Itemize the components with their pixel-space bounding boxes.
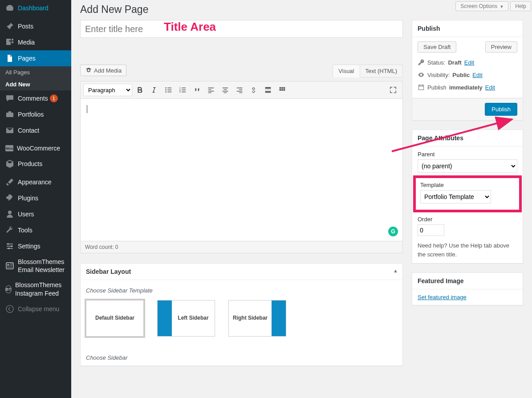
screen-options-button[interactable]: Screen Options ▼ xyxy=(455,1,508,11)
publish-box: Publish Save Draft Preview Status: Draft… xyxy=(412,20,523,121)
layout-default[interactable]: Default Sidebar xyxy=(86,300,144,337)
format-select[interactable]: Paragraph xyxy=(83,84,132,96)
save-draft-button[interactable]: Save Draft xyxy=(418,41,456,53)
page-icon xyxy=(5,54,14,63)
media-icon xyxy=(5,38,14,47)
menu-portfolios[interactable]: Portfolios xyxy=(0,106,71,122)
template-highlight-annotation: Template Portfolio Template xyxy=(413,175,522,212)
align-left-button[interactable] xyxy=(204,83,218,97)
svg-rect-16 xyxy=(265,91,271,93)
set-featured-image-link[interactable]: Set featured image xyxy=(418,294,467,301)
submenu-all-pages[interactable]: All Pages xyxy=(0,66,71,78)
svg-text:3: 3 xyxy=(179,90,181,93)
svg-point-10 xyxy=(165,89,167,91)
numbered-list-button[interactable]: 123 xyxy=(176,83,189,97)
svg-rect-19 xyxy=(284,87,285,89)
blockquote-button[interactable] xyxy=(190,83,203,97)
page-attributes-heading: Page Attributes xyxy=(412,130,523,146)
svg-point-9 xyxy=(165,87,167,89)
submenu-add-new[interactable]: Add New xyxy=(0,78,71,90)
preview-button[interactable]: Preview xyxy=(485,41,517,53)
featured-image-heading: Featured Image xyxy=(412,273,523,289)
help-button[interactable]: Help xyxy=(510,1,531,11)
calendar-icon xyxy=(418,84,425,91)
read-more-button[interactable] xyxy=(261,83,275,97)
label: Tools xyxy=(18,227,32,234)
menu-bt-instagram[interactable]: BTBlossomThemes Instagram Feed xyxy=(0,277,71,301)
menu-plugins[interactable]: Plugins xyxy=(0,190,71,206)
editor-content[interactable]: G xyxy=(80,99,403,241)
page-title-input[interactable] xyxy=(80,20,403,38)
eye-icon xyxy=(418,71,425,78)
bulleted-list-button[interactable] xyxy=(162,83,175,97)
text-tab[interactable]: Text (HTML) xyxy=(360,65,403,77)
label: Comments xyxy=(18,95,48,102)
grammarly-icon[interactable]: G xyxy=(388,227,398,236)
label: Plugins xyxy=(18,195,38,202)
attributes-help: Need help? Use the Help tab above the sc… xyxy=(418,241,517,259)
sidebar-layout-heading: Sidebar Layout▲ xyxy=(81,264,402,280)
menu-pages[interactable]: Pages xyxy=(0,50,71,66)
visual-tab[interactable]: Visual xyxy=(333,65,359,77)
menu-bt-newsletter[interactable]: BlossomThemes Email Newsletter xyxy=(0,254,71,277)
menu-contact[interactable]: Contact xyxy=(0,122,71,138)
svg-rect-4 xyxy=(7,264,9,266)
bold-button[interactable] xyxy=(133,83,146,97)
toolbar-toggle-button[interactable] xyxy=(276,83,289,97)
menu-collapse[interactable]: Collapse menu xyxy=(0,301,71,317)
publish-button[interactable]: Publish xyxy=(485,103,517,116)
label: Dashboard xyxy=(18,4,49,12)
newsletter-icon xyxy=(5,261,14,270)
link-button[interactable] xyxy=(247,83,260,97)
brush-icon xyxy=(5,178,14,187)
mail-icon xyxy=(5,126,14,135)
align-right-button[interactable] xyxy=(233,83,246,97)
label: Pages xyxy=(18,55,36,62)
menu-settings[interactable]: Settings xyxy=(0,238,71,254)
collapse-icon xyxy=(5,305,14,313)
menu-woocommerce[interactable]: WooWooCommerce xyxy=(0,141,71,156)
wrench-icon xyxy=(5,226,14,235)
label: Portfolios xyxy=(18,111,44,118)
comment-icon xyxy=(5,94,14,103)
label: Collapse menu xyxy=(18,305,59,313)
edit-schedule-link[interactable]: Edit xyxy=(485,84,495,91)
portfolio-icon xyxy=(5,110,14,119)
menu-posts[interactable]: Posts xyxy=(0,18,71,34)
publish-heading: Publish xyxy=(412,20,523,37)
svg-point-0 xyxy=(7,243,9,245)
chevron-down-icon: ▼ xyxy=(500,4,504,9)
menu-dashboard[interactable]: Dashboard xyxy=(0,0,71,16)
user-icon xyxy=(5,210,14,219)
align-center-button[interactable] xyxy=(219,83,232,97)
edit-visibility-link[interactable]: Edit xyxy=(472,72,482,78)
pages-submenu: All Pages Add New xyxy=(0,66,71,90)
menu-users[interactable]: Users xyxy=(0,206,71,222)
menu-appearance[interactable]: Appearance xyxy=(0,174,71,190)
admin-sidebar: Dashboard Posts Media Pages All Pages Ad… xyxy=(0,0,71,398)
italic-button[interactable] xyxy=(147,83,161,97)
svg-rect-22 xyxy=(284,89,285,91)
order-input[interactable] xyxy=(418,224,444,236)
parent-select[interactable]: (no parent) xyxy=(418,159,517,173)
menu-products[interactable]: Products xyxy=(0,156,71,172)
add-media-button[interactable]: Add Media xyxy=(80,65,126,76)
layout-left[interactable]: Left Sidebar xyxy=(157,300,215,337)
layout-right[interactable]: Right Sidebar xyxy=(228,300,286,337)
fullscreen-button[interactable] xyxy=(386,83,400,97)
woo-icon: Woo xyxy=(5,145,13,151)
menu-comments[interactable]: Comments1 xyxy=(0,90,71,106)
pin-icon xyxy=(5,22,14,31)
camera-icon xyxy=(85,67,92,74)
menu-tools[interactable]: Tools xyxy=(0,222,71,238)
svg-rect-17 xyxy=(280,87,281,89)
template-select[interactable]: Portfolio Template xyxy=(420,190,491,203)
svg-point-8 xyxy=(6,305,13,313)
menu-media[interactable]: Media xyxy=(0,34,71,50)
page-attributes-box: Page Attributes Parent (no parent) Templ… xyxy=(412,130,523,264)
word-count: Word count: 0 xyxy=(80,241,403,253)
svg-rect-18 xyxy=(281,87,283,89)
edit-status-link[interactable]: Edit xyxy=(464,59,474,66)
comments-badge: 1 xyxy=(50,94,58,102)
toggle-icon[interactable]: ▲ xyxy=(393,268,398,273)
